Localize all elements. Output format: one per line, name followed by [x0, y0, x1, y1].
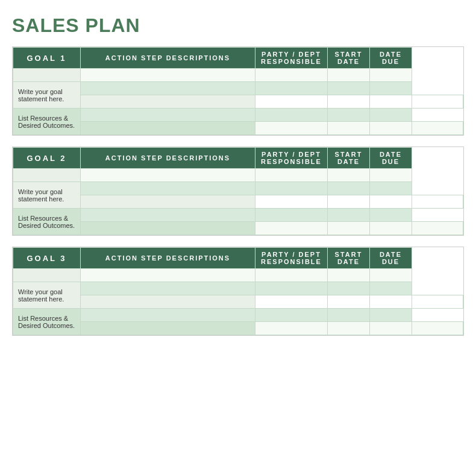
goal-3-row-3 [13, 295, 463, 309]
goal-3-row-3-col-1[interactable] [328, 295, 370, 309]
goal-2-row-4-col-2[interactable] [328, 209, 370, 222]
goal-3-action-header: ACTION STEP DESCRIPTIONS [81, 248, 255, 269]
goal-1-row-4-col-3[interactable] [370, 109, 412, 122]
goal-2-start-header: STARTDATE [328, 148, 370, 169]
goal-3-due-header: DATEDUE [370, 248, 412, 269]
goal-2-row-3-col-3[interactable] [412, 195, 463, 209]
goal-3-row-3-col-3[interactable] [412, 295, 463, 309]
goal-2-header: GOAL 2 [13, 148, 81, 169]
goal-2-row-4-col-0[interactable] [81, 209, 255, 222]
goal-1-row-0 [13, 69, 463, 82]
goal-2-row-6-col-1[interactable] [328, 222, 370, 235]
goal-1-row-1-col-0[interactable] [81, 82, 255, 95]
goal-3-row-4-col-0[interactable] [81, 309, 255, 322]
goal-2-action-header: ACTION STEP DESCRIPTIONS [81, 148, 255, 169]
goal-2-row-6 [13, 222, 463, 235]
goal-3-row-0 [13, 269, 463, 282]
goal-3-row-3-col-2[interactable] [370, 295, 412, 309]
goal-2-row-4: List Resources & Desired Outcomes. [13, 209, 463, 222]
goal-3-row-3-col-0[interactable] [255, 295, 328, 309]
goal-1-action-header: ACTION STEP DESCRIPTIONS [81, 48, 255, 69]
goal-3-row-6-col-1[interactable] [328, 322, 370, 335]
goal-1-row-4-col-2[interactable] [328, 109, 370, 122]
goal-1-row-1-col-3[interactable] [370, 82, 412, 95]
goal-1-row-1: Write your goal statement here. [13, 82, 463, 95]
goal-1-row-6 [13, 122, 463, 135]
goal-1-row-6-col-1[interactable] [328, 122, 370, 135]
goal-3-row-0-col-2[interactable] [328, 269, 370, 282]
goal-1-row-3-col-3[interactable] [412, 95, 463, 109]
goal-2-row-4-col-3[interactable] [370, 209, 412, 222]
goal-3-row-4: List Resources & Desired Outcomes. [13, 309, 463, 322]
goal-3-row-4-col-1[interactable] [255, 309, 328, 322]
goal-block-1: GOAL 1ACTION STEP DESCRIPTIONSPARTY / DE… [12, 46, 464, 136]
goal-3-row-1-col-1[interactable] [255, 282, 328, 295]
goal-block-3: GOAL 3ACTION STEP DESCRIPTIONSPARTY / DE… [12, 247, 464, 336]
goals-container: GOAL 1ACTION STEP DESCRIPTIONSPARTY / DE… [12, 46, 464, 336]
goal-1-due-header: DATEDUE [370, 48, 412, 69]
goal-3-row-4-col-2[interactable] [328, 309, 370, 322]
goal-2-row-0-col-2[interactable] [328, 169, 370, 182]
goal-3-row-0-col-0[interactable] [81, 269, 255, 282]
goal-3-row-6-col-3[interactable] [412, 322, 463, 335]
goal-1-row-0-col-0[interactable] [81, 69, 255, 82]
goal-2-row-3-col-1[interactable] [328, 195, 370, 209]
goal-1-row-4: List Resources & Desired Outcomes. [13, 109, 463, 122]
goal-1-row-3-col-2[interactable] [370, 95, 412, 109]
goal-3-row-4-col-3[interactable] [370, 309, 412, 322]
goal-2-row-4-col-1[interactable] [255, 209, 328, 222]
goal-2-due-header: DATEDUE [370, 148, 412, 169]
goal-3-row-1-col-2[interactable] [328, 282, 370, 295]
goal-2-row-0 [13, 169, 463, 182]
goal-2-row-1-col-3[interactable] [370, 182, 412, 195]
goal-block-2: GOAL 2ACTION STEP DESCRIPTIONSPARTY / DE… [12, 147, 464, 236]
goal-2-row-3-col-0[interactable] [255, 195, 328, 209]
goal-1-row-0-col-2[interactable] [328, 69, 370, 82]
goal-2-row-1-col-1[interactable] [255, 182, 328, 195]
goal-1-header: GOAL 1 [13, 48, 81, 69]
goal-2-row-3-col-2[interactable] [370, 195, 412, 209]
goal-2-row-1-col-2[interactable] [328, 182, 370, 195]
goal-2-row-1-col-0[interactable] [81, 182, 255, 195]
goal-1-row-1-col-2[interactable] [328, 82, 370, 95]
goal-3-row-0-col-1[interactable] [255, 269, 328, 282]
goal-3-row-0-col-3[interactable] [370, 269, 412, 282]
goal-2-row-6-col-3[interactable] [412, 222, 463, 235]
goal-1-row-0-col-1[interactable] [255, 69, 328, 82]
goal-1-row-6-col-2[interactable] [370, 122, 412, 135]
goal-3-party-header: PARTY / DEPTRESPONSIBLE [255, 248, 328, 269]
goal-3-row-6-col-0[interactable] [255, 322, 328, 335]
page-title: SALES PLAN [12, 14, 464, 37]
goal-1-row-1-col-1[interactable] [255, 82, 328, 95]
goal-3-row-1: Write your goal statement here. [13, 282, 463, 295]
goal-1-start-header: STARTDATE [328, 48, 370, 69]
goal-3-row-1-col-0[interactable] [81, 282, 255, 295]
goal-1-row-6-col-3[interactable] [412, 122, 463, 135]
goal-2-row-6-col-0[interactable] [255, 222, 328, 235]
goal-1-row-3-col-1[interactable] [328, 95, 370, 109]
goal-1-row-4-col-0[interactable] [81, 109, 255, 122]
goal-3-start-header: STARTDATE [328, 248, 370, 269]
goal-3-row-6-col-2[interactable] [370, 322, 412, 335]
goal-2-row-1: Write your goal statement here. [13, 182, 463, 195]
goal-2-row-0-col-0[interactable] [81, 169, 255, 182]
goal-1-party-header: PARTY / DEPTRESPONSIBLE [255, 48, 328, 69]
goal-2-row-0-col-3[interactable] [370, 169, 412, 182]
goal-2-party-header: PARTY / DEPTRESPONSIBLE [255, 148, 328, 169]
goal-1-row-4-col-1[interactable] [255, 109, 328, 122]
goal-3-row-6 [13, 322, 463, 335]
goal-2-row-0-col-1[interactable] [255, 169, 328, 182]
goal-2-row-3 [13, 195, 463, 209]
goal-3-row-1-col-3[interactable] [370, 282, 412, 295]
goal-1-row-6-col-0[interactable] [255, 122, 328, 135]
goal-3-header: GOAL 3 [13, 248, 81, 269]
goal-2-row-6-col-2[interactable] [370, 222, 412, 235]
goal-1-row-3 [13, 95, 463, 109]
goal-1-row-0-col-3[interactable] [370, 69, 412, 82]
goal-1-row-3-col-0[interactable] [255, 95, 328, 109]
